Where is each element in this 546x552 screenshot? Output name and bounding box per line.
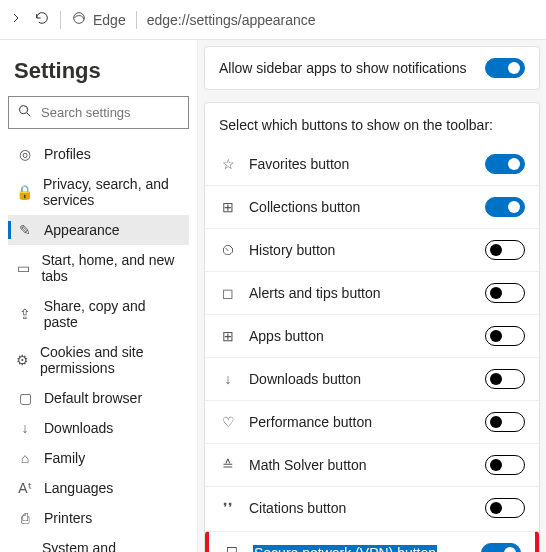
- sidebar-item-label: Appearance: [44, 222, 120, 238]
- refresh-icon[interactable]: [34, 10, 50, 29]
- sidebar-item-label: Downloads: [44, 420, 113, 436]
- browser-brand: Edge: [71, 10, 126, 29]
- cookie-icon: ⚙: [16, 352, 30, 368]
- sidebar-item-label: Start, home, and new tabs: [41, 252, 181, 284]
- toolbar-separator: [60, 11, 61, 29]
- allow-sidebar-notifications-row: Allow sidebar apps to show notifications: [205, 47, 539, 89]
- sidebar-item-printers[interactable]: ⎙Printers: [8, 503, 189, 533]
- sidebar-item-default-browser[interactable]: ▢Default browser: [8, 383, 189, 413]
- browser-name: Edge: [93, 12, 126, 28]
- address-bar-url[interactable]: edge://settings/appearance: [147, 12, 316, 28]
- sidebar-item-share-copy-and-paste[interactable]: ⇪Share, copy and paste: [8, 291, 189, 337]
- toolbar-button-row: ♡Performance button: [205, 400, 539, 443]
- toolbar-button-row: ◻Alerts and tips button: [205, 271, 539, 314]
- downloads-button-toggle[interactable]: [485, 369, 525, 389]
- row-label: Math Solver button: [249, 457, 367, 473]
- row-label: Favorites button: [249, 156, 349, 172]
- lock-icon: 🔒: [16, 184, 33, 200]
- row-label: Downloads button: [249, 371, 361, 387]
- sidebar-item-label: Default browser: [44, 390, 142, 406]
- search-icon: [17, 103, 33, 122]
- tab-icon: ▭: [16, 260, 31, 276]
- allow-sidebar-notifications-toggle[interactable]: [485, 58, 525, 78]
- browser-toolbar: Edge edge://settings/appearance: [0, 0, 546, 40]
- sidebar-item-label: Cookies and site permissions: [40, 344, 181, 376]
- apps-button-toggle[interactable]: [485, 326, 525, 346]
- download-icon: ↓: [219, 371, 237, 387]
- page-title: Settings: [8, 50, 189, 96]
- sidebar-item-appearance[interactable]: ✎Appearance: [8, 215, 189, 245]
- forward-icon[interactable]: [8, 10, 24, 29]
- sidebar-item-label: Family: [44, 450, 85, 466]
- sidebar-item-label: Privacy, search, and services: [43, 176, 181, 208]
- row-label: Apps button: [249, 328, 324, 344]
- sidebar-item-privacy-search-and-services[interactable]: 🔒Privacy, search, and services: [8, 169, 189, 215]
- row-label: History button: [249, 242, 335, 258]
- system-icon: ▣: [16, 548, 32, 552]
- secure-network-vpn-button-toggle[interactable]: [481, 543, 521, 552]
- sidebar-item-label: Languages: [44, 480, 113, 496]
- bell-icon: ◻: [219, 285, 237, 301]
- math-icon: ≙: [219, 457, 237, 473]
- download-icon: ↓: [16, 420, 34, 436]
- math-solver-button-toggle[interactable]: [485, 455, 525, 475]
- collections-icon: ⊞: [219, 199, 237, 215]
- sidebar-item-label: System and performance: [42, 540, 181, 552]
- row-label: Secure network (VPN) button: [253, 545, 437, 552]
- sidebar-item-label: Share, copy and paste: [44, 298, 181, 330]
- browser-icon: ▢: [16, 390, 34, 406]
- row-label: Collections button: [249, 199, 360, 215]
- search-input[interactable]: [41, 105, 209, 120]
- sidebar-item-profiles[interactable]: ◎Profiles: [8, 139, 189, 169]
- apps-icon: ⊞: [219, 328, 237, 344]
- sidebar-item-label: Printers: [44, 510, 92, 526]
- notifications-card: Allow sidebar apps to show notifications: [204, 46, 540, 90]
- performance-button-toggle[interactable]: [485, 412, 525, 432]
- share-icon: ⇪: [16, 306, 34, 322]
- svg-point-0: [74, 13, 85, 24]
- main-area: Settings ◎Profiles🔒Privacy, search, and …: [0, 40, 546, 552]
- row-label: Alerts and tips button: [249, 285, 381, 301]
- settings-sidebar: Settings ◎Profiles🔒Privacy, search, and …: [0, 40, 198, 552]
- toolbar-button-row: ≙Math Solver button: [205, 443, 539, 486]
- row-label: Allow sidebar apps to show notifications: [219, 60, 466, 76]
- sidebar-item-family[interactable]: ⌂Family: [8, 443, 189, 473]
- sidebar-item-downloads[interactable]: ↓Downloads: [8, 413, 189, 443]
- language-icon: Aᵗ: [16, 480, 34, 496]
- brush-icon: ✎: [16, 222, 34, 238]
- printer-icon: ⎙: [16, 510, 34, 526]
- toolbar-button-row: ⛉Secure network (VPN) button: [205, 531, 539, 552]
- edge-icon: [71, 10, 87, 29]
- section-title: Select which buttons to show on the tool…: [205, 103, 539, 143]
- history-icon: ⏲: [219, 242, 237, 258]
- toolbar-buttons-card: Select which buttons to show on the tool…: [204, 102, 540, 552]
- sidebar-item-label: Profiles: [44, 146, 91, 162]
- row-label: Performance button: [249, 414, 372, 430]
- favorites-button-toggle[interactable]: [485, 154, 525, 174]
- collections-button-toggle[interactable]: [485, 197, 525, 217]
- settings-content: Allow sidebar apps to show notifications…: [198, 40, 546, 552]
- quote-icon: ❜❜: [219, 500, 237, 516]
- profile-icon: ◎: [16, 146, 34, 162]
- sidebar-item-system-and-performance[interactable]: ▣System and performance: [8, 533, 189, 552]
- svg-point-1: [20, 106, 28, 114]
- toolbar-button-row: ❜❜Citations button: [205, 486, 539, 529]
- settings-nav: ◎Profiles🔒Privacy, search, and services✎…: [8, 139, 189, 552]
- sidebar-item-start-home-and-new-tabs[interactable]: ▭Start, home, and new tabs: [8, 245, 189, 291]
- citations-button-toggle[interactable]: [485, 498, 525, 518]
- performance-icon: ♡: [219, 414, 237, 430]
- alerts-and-tips-button-toggle[interactable]: [485, 283, 525, 303]
- toolbar-button-row: ⊞Apps button: [205, 314, 539, 357]
- toolbar-button-row: ☆Favorites button: [205, 143, 539, 185]
- shield-icon: ⛉: [223, 545, 241, 552]
- sidebar-item-cookies-and-site-permissions[interactable]: ⚙Cookies and site permissions: [8, 337, 189, 383]
- family-icon: ⌂: [16, 450, 34, 466]
- row-label: Citations button: [249, 500, 346, 516]
- toolbar-button-row: ⊞Collections button: [205, 185, 539, 228]
- toolbar-separator: [136, 11, 137, 29]
- search-settings-box[interactable]: [8, 96, 189, 129]
- sidebar-item-languages[interactable]: AᵗLanguages: [8, 473, 189, 503]
- star-icon: ☆: [219, 156, 237, 172]
- toolbar-button-row: ⏲History button: [205, 228, 539, 271]
- history-button-toggle[interactable]: [485, 240, 525, 260]
